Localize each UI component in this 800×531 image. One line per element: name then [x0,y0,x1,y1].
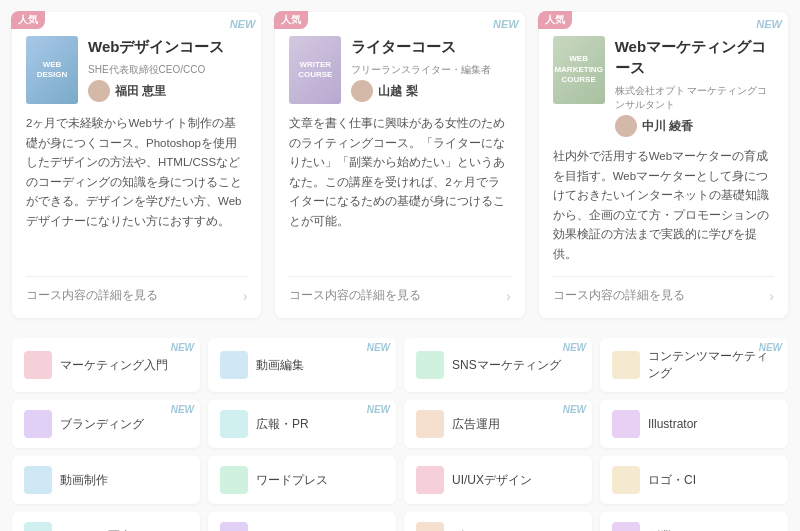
course-description: 2ヶ月で未経験からWebサイト制作の基礎が身につくコース。Photoshopを使… [26,114,247,264]
category-card-director[interactable]: ディレクター [208,512,396,531]
instructor-role: フリーランスライター・編集者 [351,63,510,77]
category-icon [24,351,52,379]
category-icon [220,351,248,379]
ninkii-badge: 人気 [11,11,45,29]
category-card-content-marketing[interactable]: コンテンツマーケティング NEW [600,338,788,392]
course-title-block: ライターコース フリーランスライター・編集者 山越 梨 [351,36,510,102]
course-link-label: コース内容の詳細を見る [289,287,421,304]
category-label: ワードプレス [256,472,328,489]
category-card-freelance[interactable]: 副業・フリーランス [600,512,788,531]
instructor-info: 中川 綾香 [615,115,774,137]
category-new-badge: NEW [171,342,194,353]
category-label: 広報・PR [256,416,309,433]
course-title-block: Webマーケティングコース 株式会社オプト マーケティングコンサルタント 中川 … [615,36,774,137]
category-new-badge: NEW [367,342,390,353]
category-new-badge: NEW [563,404,586,415]
category-card-illustrator[interactable]: Illustrator [600,400,788,448]
category-card-video-edit[interactable]: 動画編集 NEW [208,338,396,392]
category-icon [24,410,52,438]
category-icon [416,351,444,379]
category-card-ui-ux[interactable]: UI/UXデザイン [404,456,592,504]
instructor-name: 福田 恵里 [115,83,166,100]
category-label: UI/UXデザイン [452,472,532,489]
course-title: Webマーケティングコース [615,36,774,78]
category-label: 動画編集 [256,357,304,374]
category-card-ad-operation[interactable]: 広告運用 NEW [404,400,592,448]
course-link-label: コース内容の詳細を見る [26,287,158,304]
category-new-badge: NEW [759,342,782,353]
course-header: WEBDESIGN Webデザインコース SHE代表取締役CEO/CCO 福田 … [26,36,247,104]
ninkii-badge: 人気 [538,11,572,29]
course-link-label: コース内容の詳細を見る [553,287,685,304]
instructor-name: 中川 綾香 [642,118,693,135]
category-card-sns-marketing[interactable]: SNSマーケティング NEW [404,338,592,392]
course-header: WEBMARKETINGCOURSE Webマーケティングコース 株式会社オプト… [553,36,774,137]
course-book-image: WEBMARKETINGCOURSE [553,36,605,104]
course-detail-link[interactable]: コース内容の詳細を見る › [553,276,774,304]
category-card-camera-photo[interactable]: カメラ・写真 [12,512,200,531]
instructor-avatar [615,115,637,137]
category-new-badge: NEW [367,404,390,415]
category-label: 広告運用 [452,416,500,433]
category-icon [220,410,248,438]
category-icon [612,351,640,379]
instructor-info: 山越 梨 [351,80,510,102]
course-detail-link[interactable]: コース内容の詳細を見る › [26,276,247,304]
category-card-wordpress[interactable]: ワードプレス [208,456,396,504]
instructor-role: SHE代表取締役CEO/CCO [88,63,247,77]
course-book-image: WEBDESIGN [26,36,78,104]
chevron-right-icon: › [506,288,511,304]
category-icon [416,410,444,438]
course-title: ライターコース [351,36,510,57]
course-title-block: Webデザインコース SHE代表取締役CEO/CCO 福田 恵里 [88,36,247,102]
category-label: マーケティング入門 [60,357,168,374]
category-label: Illustrator [648,417,697,431]
category-icon [24,522,52,531]
course-detail-link[interactable]: コース内容の詳細を見る › [289,276,510,304]
instructor-info: 福田 恵里 [88,80,247,102]
instructor-avatar [88,80,110,102]
course-card-web-marketing: 人気 NEW WEBMARKETINGCOURSE Webマーケティングコース … [539,12,788,318]
category-label: ロゴ・CI [648,472,696,489]
course-header: WRITERCOURSE ライターコース フリーランスライター・編集者 山越 梨 [289,36,510,104]
instructor-name: 山越 梨 [378,83,417,100]
category-label: コンテンツマーケティング [648,348,776,382]
category-new-badge: NEW [171,404,194,415]
category-label: ブランディング [60,416,144,433]
category-icon [24,466,52,494]
new-badge: NEW [230,18,256,30]
new-badge: NEW [493,18,519,30]
category-icon [416,466,444,494]
categories-section: マーケティング入門 NEW 動画編集 NEW SNSマーケティング NEW コン… [12,338,788,531]
category-label: SNSマーケティング [452,357,561,374]
instructor-role: 株式会社オプト マーケティングコンサルタント [615,84,774,112]
category-icon [612,522,640,531]
ninkii-badge: 人気 [274,11,308,29]
chevron-right-icon: › [769,288,774,304]
category-icon [416,522,444,531]
courses-section: 人気 NEW WEBDESIGN Webデザインコース SHE代表取締役CEO/… [12,12,788,318]
category-card-logo-ci[interactable]: ロゴ・CI [600,456,788,504]
category-new-badge: NEW [563,342,586,353]
category-label: 動画制作 [60,472,108,489]
course-description: 文章を書く仕事に興味がある女性のためのライティングコース。「ライターになりたい」… [289,114,510,264]
category-icon [220,466,248,494]
course-title: Webデザインコース [88,36,247,57]
course-card-web-design: 人気 NEW WEBDESIGN Webデザインコース SHE代表取締役CEO/… [12,12,261,318]
category-card-branding[interactable]: ブランディング NEW [12,400,200,448]
category-icon [220,522,248,531]
course-card-writer: 人気 NEW WRITERCOURSE ライターコース フリーランスライター・編… [275,12,524,318]
course-book-image: WRITERCOURSE [289,36,341,104]
category-card-marketing[interactable]: マーケティング入門 NEW [12,338,200,392]
instructor-avatar [351,80,373,102]
new-badge: NEW [756,18,782,30]
course-description: 社内外で活用するWebマーケターの育成を目指す。Webマーケターとして身につけて… [553,147,774,264]
category-card-pr[interactable]: 広報・PR NEW [208,400,396,448]
category-icon [612,410,640,438]
category-card-business[interactable]: ビジネス [404,512,592,531]
category-icon [612,466,640,494]
category-card-video-production[interactable]: 動画制作 [12,456,200,504]
chevron-right-icon: › [243,288,248,304]
